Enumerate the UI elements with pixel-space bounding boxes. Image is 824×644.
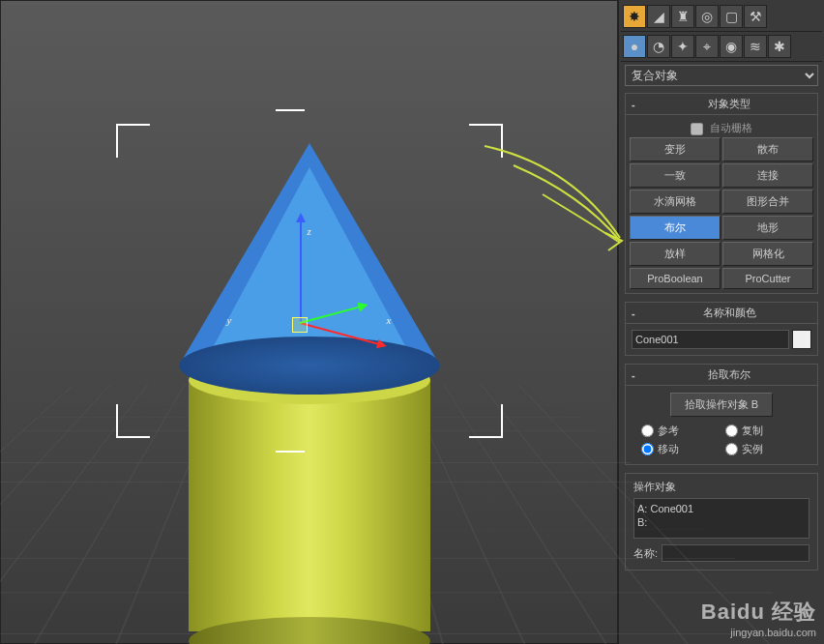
spacewarps-category[interactable]: ≋ [744,35,767,58]
radio-reference[interactable]: 参考 [641,424,718,438]
rollout-title: 名称和颜色 [647,306,811,320]
create-tab[interactable]: ✸ [623,5,646,28]
modify-tab[interactable]: ◢ [647,5,670,28]
cylinder-object[interactable] [189,380,430,644]
cone-object[interactable] [179,143,440,395]
auto-grid-label: 自动栅格 [710,122,752,133]
objtype-放样[interactable]: 放样 [630,242,721,266]
rollout-title: 拾取布尔 [647,367,811,382]
rollout-header[interactable]: - 对象类型 [626,94,817,115]
objtype-地形[interactable]: 地形 [722,216,813,240]
radio-instance[interactable]: 实例 [725,442,802,456]
geometry-type-dropdown[interactable]: 复合对象 [625,65,818,86]
objtype-布尔[interactable]: 布尔 [630,216,721,240]
objtype-图形合并[interactable]: 图形合并 [722,190,813,214]
objtype-水滴网格[interactable]: 水滴网格 [630,190,721,214]
axis-z-label: z [308,225,311,237]
rollout-header[interactable]: - 拾取布尔 [626,365,817,386]
objtype-连接[interactable]: 连接 [722,163,813,188]
lights-category[interactable]: ✦ [671,35,694,58]
objtype-一致[interactable]: 一致 [630,163,721,188]
auto-grid-checkbox [691,123,703,135]
radio-move[interactable]: 移动 [641,442,718,456]
helpers-category[interactable]: ◉ [720,35,743,58]
objtype-变形[interactable]: 变形 [630,137,721,161]
objtype-proboolean[interactable]: ProBoolean [630,268,721,289]
collapse-icon: - [632,99,641,110]
collapse-icon: - [632,369,641,381]
hierarchy-tab[interactable]: ♜ [671,5,694,28]
systems-category[interactable]: ✱ [768,35,791,58]
panel-tabs-top: ✸ ◢ ♜ ◎ ▢ ⚒ [621,2,822,32]
cameras-category[interactable]: ⌖ [695,35,719,58]
rollout-header[interactable]: - 名称和颜色 [626,303,817,324]
rollout-title: 对象类型 [647,97,811,111]
utilities-tab[interactable]: ⚒ [744,5,767,28]
annotation-arrow [456,136,630,272]
motion-tab[interactable]: ◎ [695,5,719,28]
shapes-category[interactable]: ◔ [647,35,670,58]
object-name-input[interactable] [632,330,789,349]
objtype-procutter[interactable]: ProCutter [722,268,813,289]
watermark: Baidu 经验 jingyan.baidu.com [701,598,816,638]
viewport-3d[interactable]: z x y [0,0,618,644]
pick-operand-b-button[interactable]: 拾取操作对象 B [670,393,773,417]
display-tab[interactable]: ▢ [720,5,743,28]
object-type-rollout: - 对象类型 自动栅格 变形散布一致连接水滴网格图形合并布尔地形放样网格化Pro… [625,93,818,294]
name-color-rollout: - 名称和颜色 [625,302,818,356]
collapse-icon: - [632,307,641,319]
axis-x-label: x [387,314,392,326]
geometry-category[interactable]: ● [623,35,646,58]
objtype-散布[interactable]: 散布 [722,137,813,161]
color-swatch[interactable] [792,330,811,349]
pick-boolean-rollout: - 拾取布尔 拾取操作对象 B 参考 复制 移动 实例 [625,364,818,465]
axis-y-label: y [227,314,232,326]
create-categories: ● ◔ ✦ ⌖ ◉ ≋ ✱ [621,32,822,62]
objtype-网格化[interactable]: 网格化 [722,242,813,266]
radio-copy[interactable]: 复制 [725,424,802,438]
